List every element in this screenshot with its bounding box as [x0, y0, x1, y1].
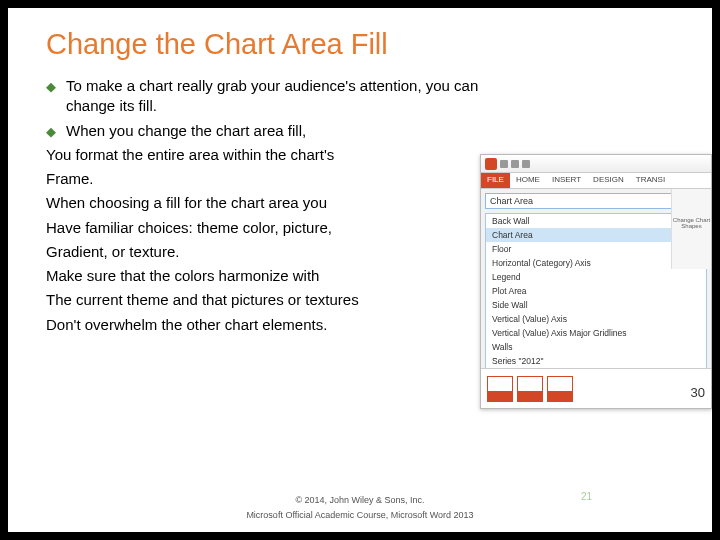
dropdown-item[interactable]: Walls: [486, 340, 706, 354]
quick-access-toolbar: [481, 155, 711, 173]
tab-home[interactable]: HOME: [510, 173, 546, 188]
copyright-text: © 2014, John Wiley & Sons, Inc.: [8, 496, 712, 506]
footer-text: Microsoft Official Academic Course, Micr…: [8, 510, 712, 520]
page-number-badge: 30: [691, 385, 705, 400]
powerpoint-icon: [485, 158, 497, 170]
bullet-marker-icon: ◆: [46, 121, 66, 141]
tab-file[interactable]: FILE: [481, 173, 510, 188]
dropdown-item[interactable]: Side Wall: [486, 298, 706, 312]
change-chart-shapes-panel[interactable]: Change Chart Shapes: [671, 189, 711, 269]
dropdown-item[interactable]: Series "2012": [486, 354, 706, 368]
slide-thumb[interactable]: [547, 376, 573, 402]
bullet-text: To make a chart really grab your audienc…: [66, 76, 692, 117]
bullet-item: ◆ When you change the chart area fill,: [46, 121, 692, 141]
dropdown-item[interactable]: Vertical (Value) Axis Major Gridlines: [486, 326, 706, 340]
slide-body: Change the Chart Area Fill ◆ To make a c…: [8, 8, 712, 532]
ribbon-tabs: FILE HOME INSERT DESIGN TRANSI: [481, 173, 711, 189]
slide-number: 21: [581, 491, 592, 502]
powerpoint-screenshot: FILE HOME INSERT DESIGN TRANSI Chart Are…: [480, 154, 712, 409]
tab-design[interactable]: DESIGN: [587, 173, 630, 188]
slide-thumb[interactable]: [517, 376, 543, 402]
tab-insert[interactable]: INSERT: [546, 173, 587, 188]
slide-thumbnails: [481, 368, 711, 408]
qat-button[interactable]: [500, 160, 508, 168]
dropdown-item[interactable]: Vertical (Value) Axis: [486, 312, 706, 326]
slide-title: Change the Chart Area Fill: [46, 28, 388, 61]
qat-button[interactable]: [522, 160, 530, 168]
dropdown-item[interactable]: Legend: [486, 270, 706, 284]
tab-transitions[interactable]: TRANSI: [630, 173, 671, 188]
bullet-marker-icon: ◆: [46, 76, 66, 117]
qat-button[interactable]: [511, 160, 519, 168]
slide-thumb[interactable]: [487, 376, 513, 402]
chart-element-value: Chart Area: [490, 196, 533, 206]
bullet-item: ◆ To make a chart really grab your audie…: [46, 76, 692, 117]
bullet-text: When you change the chart area fill,: [66, 121, 692, 141]
dropdown-item[interactable]: Plot Area: [486, 284, 706, 298]
